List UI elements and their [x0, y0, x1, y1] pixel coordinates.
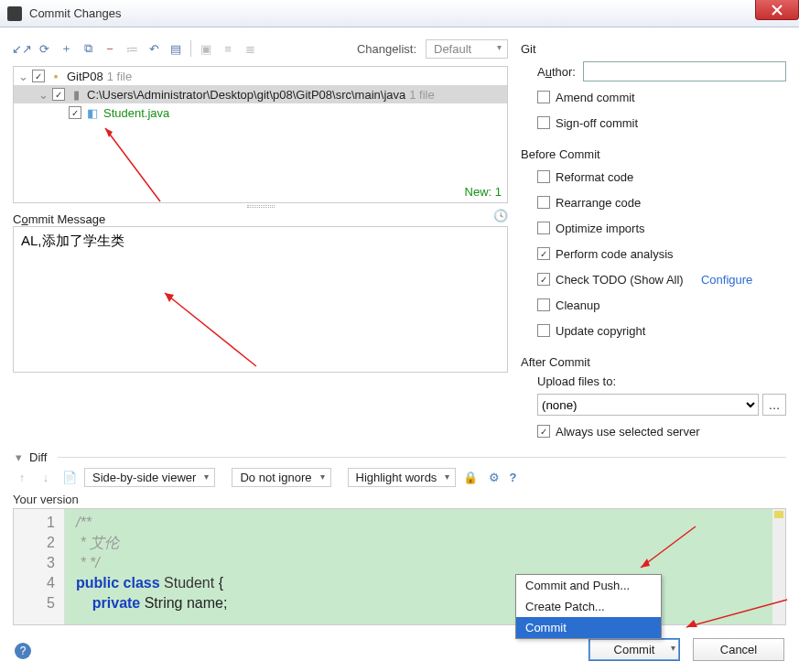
after-commit-section: After Commit: [521, 355, 786, 369]
author-input[interactable]: [583, 61, 786, 81]
jump-source-icon[interactable]: 📄: [60, 469, 79, 487]
optimize-checkbox[interactable]: [537, 222, 550, 234]
code-content: /** * 艾伦 * */ public class Student { pri…: [65, 509, 785, 624]
configure-link[interactable]: Configure: [701, 273, 752, 287]
diff-viewer[interactable]: 12345 /** * 艾伦 * */ public class Student…: [13, 508, 786, 625]
commit-menu: Commit and Push... Create Patch... Commi…: [515, 574, 662, 639]
group-icon[interactable]: ≔: [123, 39, 141, 58]
analysis-checkbox[interactable]: [537, 247, 550, 260]
cleanup-label: Cleanup: [556, 298, 599, 312]
diff-chevron-icon[interactable]: ▾: [13, 450, 24, 464]
add-changelist-icon[interactable]: ＋: [57, 39, 75, 58]
signoff-label: Sign-off commit: [556, 116, 638, 130]
ignore-select[interactable]: Do not ignore: [232, 468, 330, 487]
commit-split-icon[interactable]: ▾: [671, 643, 675, 653]
help-icon[interactable]: ?: [509, 471, 516, 484]
amend-checkbox[interactable]: [537, 91, 550, 103]
tree-path[interactable]: ⌄ ▮ C:\Users\Administrator\Desktop\git\p…: [14, 85, 507, 103]
tree-path-label: C:\Users\Administrator\Desktop\git\p08\G…: [87, 88, 405, 102]
upload-browse-button[interactable]: …: [762, 394, 786, 416]
java-file-icon: ◧: [85, 105, 100, 120]
folder-icon: ▮: [69, 87, 83, 102]
author-label: Author:: [537, 65, 576, 79]
amend-label: Amend commit: [556, 91, 635, 104]
analysis-label: Perform code analysis: [556, 247, 674, 261]
chevron-down-icon[interactable]: ⌄: [17, 70, 28, 83]
upload-select[interactable]: (none): [537, 394, 759, 416]
flat-icon[interactable]: ≣: [241, 39, 259, 58]
remove-icon[interactable]: −: [101, 39, 119, 58]
before-commit-section: Before Commit: [521, 147, 786, 161]
todo-checkbox[interactable]: [537, 273, 550, 286]
git-section: Git: [521, 42, 786, 56]
cleanup-checkbox[interactable]: [537, 298, 550, 311]
dialog-help-icon[interactable]: ?: [15, 643, 31, 659]
highlight-select[interactable]: Highlight words: [348, 468, 457, 487]
optimize-label: Optimize imports: [556, 222, 645, 235]
history-icon[interactable]: 🕓: [493, 209, 508, 223]
tree-root-label: GitP08: [67, 70, 103, 83]
line-gutter: 12345: [14, 509, 65, 624]
expand-icon[interactable]: ▣: [197, 39, 215, 58]
tree-path-meta: 1 file: [409, 88, 434, 102]
close-button[interactable]: [755, 0, 799, 20]
gear-icon[interactable]: ⚙: [485, 469, 503, 487]
commit-button[interactable]: Commit ▾: [588, 638, 680, 661]
checkbox[interactable]: [69, 106, 81, 119]
diff-label: Diff: [29, 450, 47, 464]
signoff-checkbox[interactable]: [537, 116, 550, 129]
revert-icon[interactable]: ↶: [145, 39, 163, 58]
always-server-label: Always use selected server: [556, 425, 700, 439]
create-patch-item[interactable]: Create Patch...: [516, 596, 661, 617]
new-count: New: 1: [465, 185, 502, 199]
diff-toolbar: ↑ ↓ 📄 Side-by-side viewer Do not ignore …: [13, 468, 786, 487]
collapse-icon[interactable]: ≡: [219, 39, 237, 58]
copyright-checkbox[interactable]: [537, 324, 550, 337]
changes-toolbar: ↙↗ ⟳ ＋ ⧉ − ≔ ↶ ▤ ▣ ≡ ≣ Changelist: Defau…: [13, 37, 508, 60]
todo-label: Check TODO (Show All): [556, 273, 684, 287]
changes-tree: ⌄ ▪ GitP08 1 file ⌄ ▮ C:\Users\Administr…: [13, 66, 508, 203]
cancel-button[interactable]: Cancel: [693, 638, 784, 661]
checkbox[interactable]: [52, 88, 65, 101]
your-version-label: Your version: [13, 493, 786, 506]
checkbox[interactable]: [32, 70, 45, 82]
viewer-mode-select[interactable]: Side-by-side viewer: [84, 468, 215, 487]
upload-label: Upload files to:: [521, 374, 786, 388]
commit-message-label: Commit Message: [13, 212, 508, 226]
commit-and-push-item[interactable]: Commit and Push...: [516, 575, 661, 596]
changelist-select[interactable]: Default: [426, 39, 508, 59]
close-icon: [772, 5, 783, 16]
error-stripe[interactable]: [772, 509, 785, 624]
show-diff-icon[interactable]: ↙↗: [13, 39, 31, 58]
note-icon[interactable]: ▤: [167, 39, 185, 58]
tree-root-meta: 1 file: [107, 70, 132, 83]
tree-root[interactable]: ⌄ ▪ GitP08 1 file: [14, 67, 507, 85]
copy-changelist-icon[interactable]: ⧉: [79, 39, 97, 58]
window-title: Commit Changes: [29, 6, 121, 20]
prev-diff-icon[interactable]: ↑: [13, 469, 31, 487]
commit-item[interactable]: Commit: [516, 617, 661, 638]
changelist-label: Changelist:: [357, 42, 416, 56]
app-icon: [7, 6, 22, 21]
always-server-checkbox[interactable]: [537, 425, 550, 438]
rearrange-label: Rearrange code: [556, 196, 641, 210]
reformat-checkbox[interactable]: [537, 170, 550, 183]
reformat-label: Reformat code: [556, 170, 633, 184]
tree-file[interactable]: ◧ Student.java: [14, 103, 507, 122]
rearrange-checkbox[interactable]: [537, 196, 550, 209]
module-icon: ▪: [49, 69, 63, 83]
refresh-icon[interactable]: ⟳: [35, 39, 53, 58]
commit-message-input[interactable]: AL,添加了学生类: [13, 226, 508, 373]
chevron-down-icon[interactable]: ⌄: [38, 88, 49, 102]
lock-icon[interactable]: 🔒: [461, 469, 480, 487]
copyright-label: Update copyright: [556, 324, 645, 338]
next-diff-icon[interactable]: ↓: [37, 469, 55, 487]
tree-file-label: Student.java: [103, 106, 169, 120]
